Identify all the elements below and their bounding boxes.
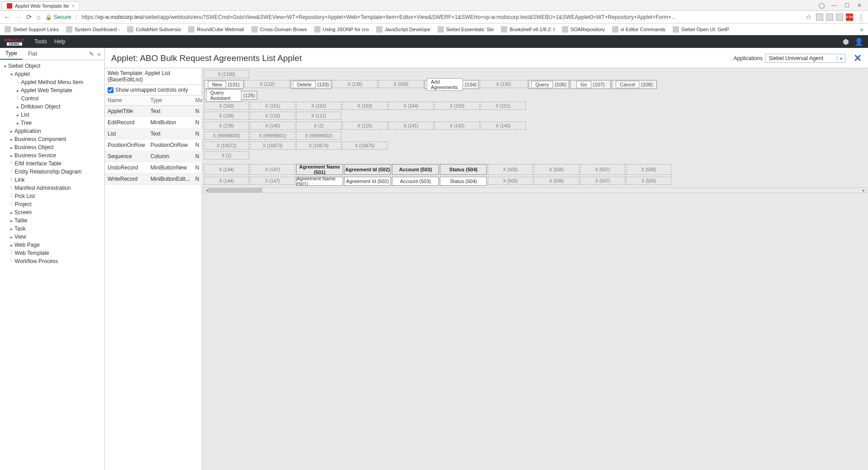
- layout-slot[interactable]: X (132): [245, 80, 290, 88]
- layout-button-slot[interactable]: Go(107): [570, 80, 611, 89]
- window-close-icon[interactable]: ✕: [856, 2, 863, 9]
- layout-slot[interactable]: X (142): [434, 122, 480, 130]
- layout-slot[interactable]: X (110): [250, 112, 295, 120]
- control-row[interactable]: EditRecordMiniButtonN: [105, 117, 217, 128]
- window-maximize-icon[interactable]: ☐: [844, 2, 850, 9]
- layout-button-slot[interactable]: Add Agreements(134): [425, 80, 479, 89]
- menu-help[interactable]: Help: [54, 38, 66, 45]
- tree-item[interactable]: ▾Siebel Object: [0, 62, 104, 70]
- layout-slot[interactable]: X (164): [388, 102, 434, 110]
- tree-item[interactable]: └Control: [0, 94, 104, 103]
- layout-slot[interactable]: X (109): [204, 112, 249, 120]
- tree-item[interactable]: ▸Business Object: [0, 143, 104, 151]
- tree-item[interactable]: ▸Applet Web Template: [0, 86, 104, 94]
- nav-forward-icon[interactable]: →: [15, 13, 22, 21]
- tree-toggle-icon[interactable]: ▾: [9, 72, 14, 77]
- tree-toggle-icon[interactable]: ▸: [9, 129, 14, 134]
- tree-toggle-icon[interactable]: ▸: [15, 88, 20, 93]
- tree-item[interactable]: ▸Table: [0, 216, 104, 225]
- control-row[interactable]: PositionOnRowPositionOnRowN: [105, 140, 217, 151]
- layout-slot[interactable]: X (10672): [204, 141, 249, 150]
- slot-button[interactable]: New: [208, 81, 226, 88]
- bookmark-item[interactable]: JavaScript Develope: [376, 26, 430, 33]
- cube-icon[interactable]: ⬢: [843, 38, 849, 46]
- secure-badge[interactable]: 🔒 Secure: [45, 14, 71, 20]
- layout-slot[interactable]: X (507): [580, 177, 625, 185]
- window-minimize-icon[interactable]: —: [831, 2, 837, 9]
- ext-icon[interactable]: [816, 14, 823, 21]
- scroll-right-icon[interactable]: ▸: [861, 188, 866, 193]
- tree-toggle-icon[interactable]: ▸: [9, 226, 14, 231]
- layout-button-slot[interactable]: Query(106): [528, 80, 569, 89]
- show-unmapped-checkbox[interactable]: [108, 87, 113, 93]
- layout-slot[interactable]: X (506): [534, 177, 579, 185]
- browser-menu-icon[interactable]: ⋮: [858, 13, 864, 21]
- nav-back-icon[interactable]: ←: [4, 13, 10, 21]
- layout-slot[interactable]: X (2): [204, 151, 249, 160]
- tree-item[interactable]: └Pick List: [0, 192, 104, 200]
- layout-slot[interactable]: X (150): [434, 102, 480, 110]
- th-type[interactable]: Type: [148, 95, 193, 106]
- tree-item[interactable]: ▸Business Component: [0, 135, 104, 143]
- layout-slot[interactable]: X (163): [342, 102, 387, 110]
- bookmark-item[interactable]: Bookshelf v8.1/8.2: I: [501, 26, 555, 33]
- tree-toggle-icon[interactable]: ▸: [9, 218, 14, 223]
- layout-button-slot[interactable]: New(131): [204, 80, 244, 89]
- slot-button[interactable]: Query: [531, 81, 553, 88]
- bookmark-item[interactable]: Using JSONP for cro: [314, 26, 369, 33]
- tree-item[interactable]: ▸Tree: [0, 119, 104, 127]
- bookmark-item[interactable]: System Dashboard -: [66, 26, 120, 33]
- layout-slot[interactable]: X (161): [250, 102, 295, 110]
- slot-button[interactable]: Query Assistant: [206, 89, 241, 102]
- column-cell[interactable]: Account (503): [392, 177, 439, 186]
- layout-slot[interactable]: X (135): [480, 80, 528, 88]
- column-header[interactable]: Account (503): [392, 164, 439, 175]
- layout-slot[interactable]: X (99999001): [250, 132, 295, 140]
- bookmark-item[interactable]: RoundCube Webmail: [188, 26, 244, 33]
- control-row[interactable]: WriteRecordMiniButtonEdit...N: [105, 174, 217, 185]
- layout-slot[interactable]: X (2): [296, 122, 341, 130]
- ext-time-icon[interactable]: 6:54: [846, 14, 853, 21]
- column-header[interactable]: Agreement Id (502): [344, 164, 391, 175]
- bookmark-item[interactable]: Siebel Open UI: GetP: [673, 26, 729, 33]
- tree-toggle-icon[interactable]: ▸: [15, 104, 20, 109]
- layout-slot[interactable]: X (140): [250, 122, 295, 130]
- user-profile-icon[interactable]: 👤: [854, 38, 863, 46]
- layout-slot[interactable]: X (506): [534, 164, 579, 175]
- tree-toggle-icon[interactable]: ▸: [9, 137, 14, 142]
- layout-slot[interactable]: X (507): [580, 164, 625, 175]
- url-field[interactable]: https://vp-w.mobicorp.test/siebel/app/we…: [81, 14, 801, 20]
- layout-slot[interactable]: X (99999002): [296, 132, 341, 140]
- layout-slot[interactable]: X (99999000): [204, 132, 249, 140]
- slot-button[interactable]: Cancel: [616, 81, 639, 88]
- sidebar-tab-type[interactable]: Type: [0, 48, 23, 60]
- tree-toggle-icon[interactable]: ▸: [9, 145, 14, 150]
- tree-item[interactable]: └Project: [0, 200, 104, 208]
- layout-slot[interactable]: X (136): [332, 80, 377, 88]
- bookmarks-overflow-icon[interactable]: »: [860, 26, 863, 33]
- application-dropdown[interactable]: Siebel Universal Agent ▾: [765, 54, 845, 63]
- layout-button-slot[interactable]: Query Assistant(126): [204, 91, 257, 100]
- layout-slot[interactable]: X (160): [204, 102, 249, 110]
- tree-item[interactable]: └Link: [0, 176, 104, 184]
- tree-item[interactable]: └Manifest Administration: [0, 184, 104, 192]
- layout-slot[interactable]: X (144): [204, 177, 249, 185]
- bookmark-item[interactable]: Siebel Support Links: [5, 26, 59, 33]
- column-header[interactable]: Status (504): [440, 164, 487, 175]
- column-cell[interactable]: Agreement Name (501): [296, 177, 343, 186]
- ext-icon[interactable]: [836, 14, 843, 21]
- slot-button[interactable]: Add Agreements: [427, 78, 463, 91]
- collapse-icon[interactable]: «: [98, 51, 101, 57]
- control-row[interactable]: AppletTitleTextN: [105, 106, 217, 117]
- layout-slot[interactable]: X (147): [250, 177, 295, 185]
- tree-item[interactable]: └Applet Method Menu Item: [0, 78, 104, 86]
- user-icon[interactable]: ◯: [818, 2, 825, 9]
- layout-button-slot[interactable]: Delete(133): [291, 80, 331, 89]
- tree-item[interactable]: └EIM Interface Table: [0, 160, 104, 168]
- control-row[interactable]: UndoRecordMiniButtonNewN: [105, 162, 217, 174]
- layout-slot[interactable]: X (111): [296, 112, 341, 120]
- tree-item[interactable]: ▸Task: [0, 225, 104, 233]
- tree-toggle-icon[interactable]: ▸: [15, 121, 20, 126]
- layout-slot[interactable]: X (508): [626, 164, 671, 175]
- tree-toggle-icon[interactable]: ▸: [9, 235, 14, 240]
